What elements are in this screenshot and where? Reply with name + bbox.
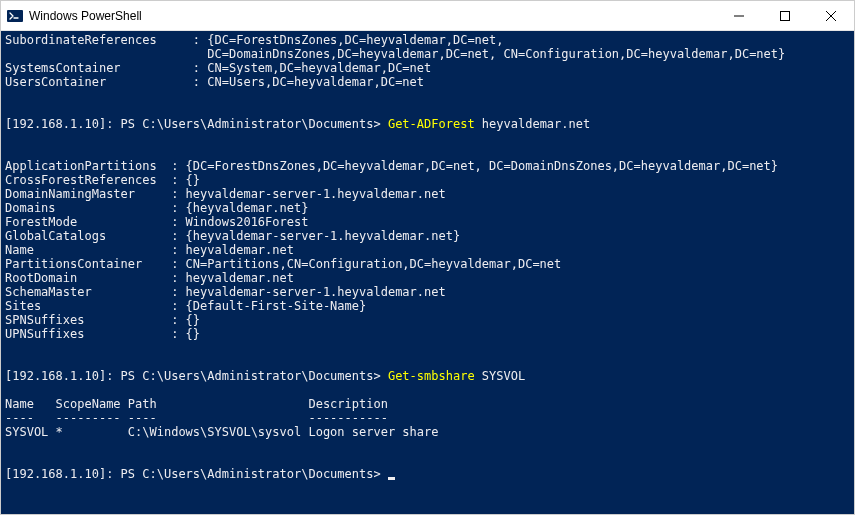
blank-line xyxy=(5,89,850,103)
output-line: GlobalCatalogs : {heyvaldemar-server-1.h… xyxy=(5,229,850,243)
blank-line xyxy=(5,453,850,467)
blank-line xyxy=(5,341,850,355)
prompt-line: [192.168.1.10]: PS C:\Users\Administrato… xyxy=(5,369,850,383)
output-line: SubordinateReferences : {DC=ForestDnsZon… xyxy=(5,33,850,47)
maximize-button[interactable] xyxy=(762,1,808,30)
table-header: Name ScopeName Path Description xyxy=(5,397,850,411)
prompt-line: [192.168.1.10]: PS C:\Users\Administrato… xyxy=(5,117,850,131)
output-line: Domains : {heyvaldemar.net} xyxy=(5,201,850,215)
output-line: UsersContainer : CN=Users,DC=heyvaldemar… xyxy=(5,75,850,89)
output-line: ApplicationPartitions : {DC=ForestDnsZon… xyxy=(5,159,850,173)
powershell-icon xyxy=(7,8,23,24)
blank-line xyxy=(5,131,850,145)
window-controls xyxy=(716,1,854,30)
close-button[interactable] xyxy=(808,1,854,30)
output-line: UPNSuffixes : {} xyxy=(5,327,850,341)
output-line: DomainNamingMaster : heyvaldemar-server-… xyxy=(5,187,850,201)
blank-line xyxy=(5,355,850,369)
blank-line xyxy=(5,439,850,453)
output-line: RootDomain : heyvaldemar.net xyxy=(5,271,850,285)
output-line: CrossForestReferences : {} xyxy=(5,173,850,187)
output-line: SchemaMaster : heyvaldemar-server-1.heyv… xyxy=(5,285,850,299)
output-line: PartitionsContainer : CN=Partitions,CN=C… xyxy=(5,257,850,271)
cursor xyxy=(388,477,395,480)
blank-line xyxy=(5,383,850,397)
output-line: ForestMode : Windows2016Forest xyxy=(5,215,850,229)
titlebar[interactable]: Windows PowerShell xyxy=(1,1,854,31)
terminal-output[interactable]: SubordinateReferences : {DC=ForestDnsZon… xyxy=(1,31,854,514)
command-text: Get-ADForest xyxy=(388,117,475,131)
output-line: SystemsContainer : CN=System,DC=heyvalde… xyxy=(5,61,850,75)
minimize-button[interactable] xyxy=(716,1,762,30)
blank-line xyxy=(5,103,850,117)
powershell-window: Windows PowerShell SubordinateReferences… xyxy=(0,0,855,515)
table-divider: ---- --------- ---- ----------- xyxy=(5,411,850,425)
svg-rect-2 xyxy=(781,11,790,20)
table-row: SYSVOL * C:\Windows\SYSVOL\sysvol Logon … xyxy=(5,425,850,439)
svg-rect-0 xyxy=(7,10,23,22)
window-title: Windows PowerShell xyxy=(29,9,716,23)
output-line: SPNSuffixes : {} xyxy=(5,313,850,327)
output-line: Sites : {Default-First-Site-Name} xyxy=(5,299,850,313)
prompt-line: [192.168.1.10]: PS C:\Users\Administrato… xyxy=(5,467,850,481)
command-text: Get-smbshare xyxy=(388,369,475,383)
blank-line xyxy=(5,145,850,159)
output-line: DC=DomainDnsZones,DC=heyvaldemar,DC=net,… xyxy=(5,47,850,61)
output-line: Name : heyvaldemar.net xyxy=(5,243,850,257)
